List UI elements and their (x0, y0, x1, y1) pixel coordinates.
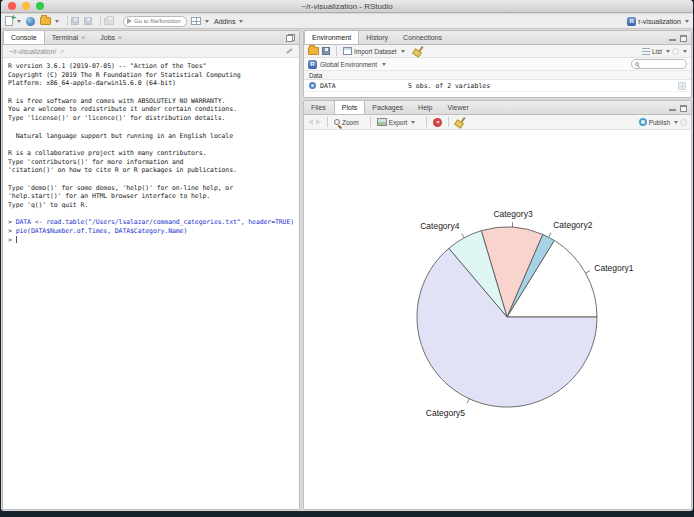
pie-label: Category1 (594, 263, 633, 273)
chevron-down-icon (205, 20, 209, 23)
tab-connections[interactable]: Connections (396, 31, 450, 44)
export-button[interactable]: Export (377, 118, 416, 126)
working-directory: ~/r-visualization/ (9, 48, 56, 55)
popout-pane-icon[interactable] (286, 34, 295, 42)
main-toolbar: Addins R r-visualization (1, 14, 693, 29)
refresh-icon[interactable] (672, 48, 679, 55)
print-icon (104, 18, 114, 25)
tab-plots-label: Plots (342, 104, 358, 111)
project-menu-button[interactable]: R r-visualization (627, 17, 689, 26)
chevron-down-icon (411, 121, 415, 124)
tab-console[interactable]: Console (3, 31, 45, 44)
object-summary: 5 obs. of 2 variables (408, 82, 678, 90)
tab-plots[interactable]: Plots (334, 101, 366, 114)
console-tabstrip: Console Terminal × Jobs × (3, 31, 299, 45)
view-data-icon[interactable] (678, 82, 686, 90)
pie-label: Category3 (493, 209, 532, 219)
chevron-down-icon (683, 50, 687, 53)
tab-history[interactable]: History (359, 31, 396, 44)
maximize-pane-icon[interactable] (680, 35, 687, 42)
minimize-pane-icon[interactable] (669, 35, 676, 42)
data-section-header: Data (304, 71, 691, 80)
tab-viewer-label: Viewer (448, 104, 469, 111)
goto-file-box[interactable] (123, 16, 187, 27)
maximize-pane-icon[interactable] (680, 105, 687, 112)
remove-plot-icon[interactable]: × (433, 118, 442, 127)
tab-files[interactable]: Files (304, 101, 334, 114)
tab-jobs-label: Jobs (100, 34, 115, 41)
pencil-icon[interactable] (286, 48, 293, 54)
tab-viewer[interactable]: Viewer (441, 101, 477, 114)
chevron-down-icon (685, 20, 689, 23)
previous-plot-icon[interactable] (308, 119, 313, 125)
new-project-icon (26, 17, 35, 26)
pie-chart: Category1Category2Category3Category4Cate… (304, 130, 692, 510)
chevron-down-icon (17, 20, 21, 23)
goto-file-icon (127, 18, 132, 24)
zoom-plot-button[interactable]: Zoom (334, 119, 359, 126)
divider (370, 117, 371, 127)
tab-help-label: Help (418, 104, 432, 111)
console-output[interactable]: R version 3.6.1 (2019-07-05) -- "Action … (3, 58, 299, 244)
addins-button[interactable]: Addins (214, 18, 243, 25)
goto-directory-icon[interactable]: ↗ (59, 48, 64, 55)
tab-help[interactable]: Help (411, 101, 440, 114)
environment-search-box[interactable] (631, 59, 687, 69)
search-icon (635, 62, 639, 66)
clear-objects-icon[interactable] (413, 46, 423, 56)
chevron-down-icon (55, 20, 59, 23)
new-file-icon (5, 16, 13, 26)
list-view-label[interactable]: List (652, 48, 662, 55)
environment-toolbar: Import Dataset List (304, 45, 691, 58)
tab-terminal[interactable]: Terminal × (45, 31, 94, 44)
pie-label: Category2 (553, 220, 592, 230)
load-workspace-icon[interactable] (308, 47, 319, 55)
tab-terminal-label: Terminal (52, 34, 78, 41)
print-button[interactable] (104, 18, 114, 25)
object-name: DATA (320, 82, 408, 90)
tab-jobs[interactable]: Jobs × (93, 31, 130, 44)
console-panel: Console Terminal × Jobs × ~/r-visualizat… (2, 30, 300, 510)
tab-packages-label: Packages (372, 104, 403, 111)
export-label: Export (389, 119, 408, 126)
close-icon[interactable]: × (118, 34, 122, 41)
close-icon[interactable]: × (81, 34, 85, 41)
list-view-icon (642, 48, 650, 55)
divider (336, 46, 337, 56)
publish-label[interactable]: Publish (649, 119, 670, 126)
table-row[interactable]: DATA 5 obs. of 2 variables (304, 80, 691, 92)
chevron-down-icon (382, 63, 386, 66)
divider (327, 117, 328, 127)
working-directory-bar: ~/r-visualization/ ↗ (3, 45, 299, 58)
panes-button[interactable] (191, 17, 209, 25)
next-plot-icon[interactable] (316, 119, 321, 125)
open-folder-icon (40, 17, 51, 25)
tab-environment[interactable]: Environment (304, 31, 359, 44)
chevron-down-icon (239, 20, 243, 23)
tab-environment-label: Environment (312, 34, 351, 41)
window-title: ~/r-visualization - RStudio (1, 2, 693, 11)
refresh-plots-icon[interactable] (680, 119, 687, 126)
clear-all-plots-icon[interactable] (455, 117, 465, 127)
window-body: ~/r-visualization - RStudio (1, 0, 693, 511)
goto-file-input[interactable] (134, 18, 184, 24)
open-file-button[interactable] (40, 17, 59, 25)
environment-search-input[interactable] (641, 61, 681, 67)
panes-grid-icon (191, 17, 201, 25)
divider (100, 16, 101, 26)
titlebar: ~/r-visualization - RStudio (1, 0, 693, 13)
save-all-button[interactable] (84, 17, 92, 25)
project-name: r-visualization (638, 18, 681, 25)
minimize-pane-icon[interactable] (669, 105, 676, 112)
save-button[interactable] (71, 17, 79, 25)
global-environment-label[interactable]: Global Environment (320, 61, 377, 68)
project-icon: R (627, 17, 636, 26)
new-file-button[interactable] (5, 16, 21, 26)
divider (426, 117, 427, 127)
pie-label: Category5 (426, 408, 465, 418)
data-object-icon (309, 82, 316, 89)
save-workspace-icon[interactable] (322, 47, 330, 55)
new-project-button[interactable] (26, 17, 35, 26)
tab-packages[interactable]: Packages (365, 101, 411, 114)
import-dataset-button[interactable]: Import Dataset (343, 47, 405, 55)
